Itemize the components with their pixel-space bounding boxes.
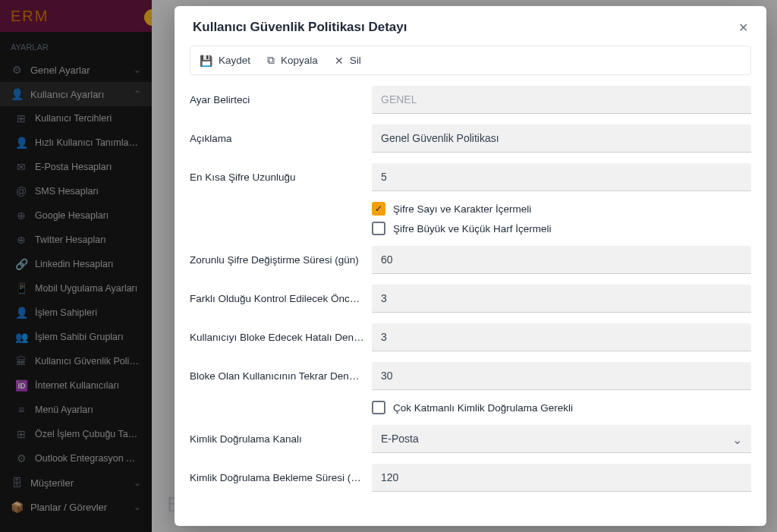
modal-title: Kullanıcı Güvenlik Politikası Detayı [193,20,738,35]
select-channel[interactable] [372,425,751,453]
checkbox-empty-icon [372,222,385,235]
copy-button[interactable]: ⧉Kopyala [267,54,318,67]
input-block[interactable] [372,323,751,351]
label-force: Zorunlu Şifre Değiştirme Süresi (gün) [190,254,372,266]
label-prev: Farklı Olduğu Kontrol Edilecek Önceki Şi… [190,293,372,304]
label-minlen: En Kısa Şifre Uzunluğu [190,172,372,183]
checkbox-num-char[interactable]: ✓Şifre Sayı ve Karakter İçermeli [372,202,751,216]
close-icon: ✕ [335,55,344,67]
copy-icon: ⧉ [267,54,275,67]
label-retry: Bloke Olan Kullanıcının Tekrar Deneme İ.… [190,370,372,382]
checkbox-case[interactable]: Şifre Büyük ve Küçük Harf İçermeli [372,222,751,235]
label-spec: Ayar Belirteci [190,94,372,105]
label-block: Kullanıcıyı Bloke Edecek Hatalı Deneme..… [190,332,372,343]
input-minlen[interactable] [372,163,751,191]
check-icon: ✓ [372,202,385,216]
input-spec[interactable] [372,86,751,114]
modal-body: 💾Kaydet ⧉Kopyala ✕Sil Ayar Belirteci Açı… [175,46,766,526]
checkbox-empty-icon [372,401,385,414]
modal-header: Kullanıcı Güvenlik Politikası Detayı ✕ [175,6,766,46]
save-icon: 💾 [200,55,212,67]
label-wait: Kimlik Doğrulama Bekleme Süresi (Sani... [190,472,372,483]
label-channel: Kimlik Doğrulama Kanalı [190,433,372,445]
input-retry[interactable] [372,362,751,390]
modal-dialog: Kullanıcı Güvenlik Politikası Detayı ✕ 💾… [175,6,766,526]
toolbar: 💾Kaydet ⧉Kopyala ✕Sil [190,46,751,75]
input-prev[interactable] [372,285,751,313]
label-desc: Açıklama [190,133,372,144]
input-wait[interactable] [372,464,751,492]
input-force[interactable] [372,246,751,274]
close-button[interactable]: ✕ [738,20,748,35]
save-button[interactable]: 💾Kaydet [200,55,250,67]
input-desc[interactable] [372,124,751,153]
checkbox-mfa[interactable]: Çok Katmanlı Kimlik Doğrulama Gerekli [372,401,751,414]
delete-button[interactable]: ✕Sil [335,55,361,67]
